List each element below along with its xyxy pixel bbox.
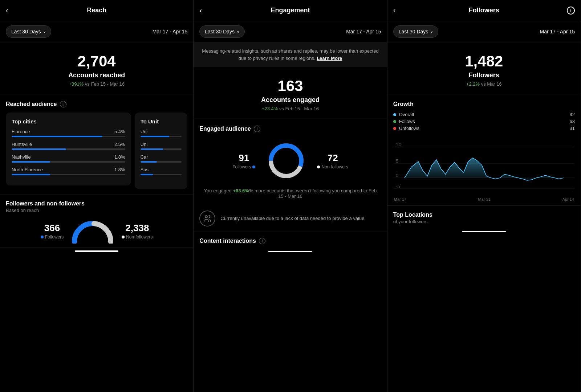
city-row-north-florence: North Florence 1.8% [12,167,125,175]
reach-header: ‹ Reach [0,0,193,21]
followers-bottom-indicator [462,231,506,232]
reach-date-range: Mar 17 - Apr 15 [153,29,188,34]
unfollows-dot [393,127,396,130]
reach-panel: ‹ Reach Last 30 Days ∨ Mar 17 - Apr 15 2… [0,0,194,392]
followers-nonfollowers-title: Followers and non-followers [6,200,187,207]
reach-title: Reach [87,7,106,14]
chart-x-label-3: Apr 14 [562,197,574,201]
engaged-nonfollowers-dot [317,166,320,168]
unavailable-icon [199,211,215,226]
followers-date-range: Mar 17 - Apr 15 [540,29,575,34]
cities-list: Florence 5.4% Huntsville 2.5% [12,129,125,175]
engagement-change: +23.4% vs Feb 15 - Mar 16 [199,106,381,111]
overall-dot [393,113,396,116]
content-interactions-title: Content interactions i [199,238,381,244]
followers-date-selector[interactable]: Last 30 Days ∨ [393,25,439,38]
followers-panel: ‹ Followers i Last 30 Days ∨ Mar 17 - Ap… [387,0,581,392]
reached-audience-info-icon[interactable]: i [60,101,66,107]
followers-label: Followers [393,72,575,79]
engagement-title: Engagement [271,7,310,14]
unfollows-value: 31 [570,126,575,131]
chevron-down-icon: ∨ [43,30,46,34]
engaged-followers-stat: 91 Followers [232,152,255,170]
top-locations-section: Top Locations of your followers [387,205,581,228]
followers-stat: 366 Followers [41,222,64,240]
top-cities-card: Top cities Florence 5.4% Huntsville 2.5% [6,113,131,185]
svg-text:5: 5 [395,159,398,163]
engaged-audience-title: Engaged audience i [199,126,381,132]
followers-nonfollowers-section: Followers and non-followers Based on rea… [0,195,193,248]
unavailable-text: Currently unavailable due to a lack of d… [220,215,366,222]
engaged-nonfollowers-stat: 72 Non-followers [317,152,348,170]
engagement-header: ‹ Engagement [194,0,387,21]
overall-value: 32 [570,112,575,117]
reach-date-bar: Last 30 Days ∨ Mar 17 - Apr 15 [0,21,193,42]
follows-label: Follows [399,119,415,124]
reach-cards-row: Top cities Florence 5.4% Huntsville 2.5% [6,113,187,189]
nonfollowers-stat: 2,338 Non-followers [122,222,153,240]
unit-row-1: Uni [141,129,182,137]
followers-back-button[interactable]: ‹ [393,6,396,15]
engagement-date-selector[interactable]: Last 30 Days ∨ [199,25,245,38]
legend-follows: Follows 63 [393,119,575,124]
unit-list: Uni Uni Car [141,129,182,175]
followers-change: +2.2% vs Mar 16 [393,81,575,87]
engagement-bottom-indicator [268,251,312,252]
followers-date-bar: Last 30 Days ∨ Mar 17 - Apr 15 [387,21,581,42]
engaged-pct: +63.6% [233,188,249,193]
engagement-label: Accounts engaged [199,96,381,104]
engaged-nonfollowers-count: 72 [317,152,348,164]
engaged-audience-section: Engaged audience i 91 Followers 72 [194,119,387,205]
chart-x-label-2: Mar 31 [478,197,491,201]
followers-main-stat: 1,482 Followers +2.2% vs Mar 16 [387,42,581,94]
follows-value: 63 [570,119,575,124]
growth-chart-area: 10 5 0 -5 Mar 17 Mar 31 [393,136,575,201]
to-unit-partial-card: To Unit Uni Uni [135,113,188,189]
legend-unfollows: Unfollows 31 [393,126,575,131]
chart-x-label-1: Mar 17 [394,197,406,201]
engaged-followers-count: 91 [232,152,255,164]
reach-number: 2,704 [6,53,187,70]
content-interactions-info-icon[interactable]: i [259,238,265,244]
reach-main-stat: 2,704 Accounts reached +391% vs Feb 15 -… [0,42,193,94]
engaged-note: You engaged +63.6%% more accounts that w… [199,184,381,200]
unavailable-box: Currently unavailable due to a lack of d… [194,205,387,232]
reach-back-button[interactable]: ‹ [6,6,8,15]
learn-more-link[interactable]: Learn More [317,56,342,61]
nonfollowers-count: 2,338 [122,222,153,234]
reach-date-selector[interactable]: Last 30 Days ∨ [6,25,51,38]
svg-text:10: 10 [395,142,402,147]
engagement-number: 163 [199,77,381,95]
followers-header: ‹ Followers i [387,0,581,21]
followers-info-icon[interactable]: i [567,7,575,15]
top-cities-title: Top cities [12,118,125,124]
reached-audience-section: Reached audience i Top cities Florence 5… [0,94,193,195]
engaged-followers-dot [252,166,255,168]
legend-overall: Overall 32 [393,112,575,117]
notice-text: Messaging-related insights, such as shar… [202,48,378,61]
reach-bottom-indicator [75,250,118,252]
to-unit-title: To Unit [141,118,182,124]
followers-change-value: +2.2% [466,81,480,87]
engaged-audience-info-icon[interactable]: i [254,126,260,132]
followers-nonfollowers-subtitle: Based on reach [6,208,187,213]
svg-point-3 [205,216,207,218]
city-row-nashville: Nashville 1.8% [12,154,125,163]
top-locations-subtitle: of your followers [393,219,575,224]
followers-donut-row: 366 Followers 2,338 Non-followers [6,218,187,244]
engagement-back-button[interactable]: ‹ [199,6,202,15]
followers-number: 1,482 [393,53,575,70]
followers-dot [41,236,44,238]
unit-row-4: Aus [141,167,182,175]
engagement-date-bar: Last 30 Days ∨ Mar 17 - Apr 15 [194,21,387,42]
growth-section: Growth Overall 32 Follows 63 Unfoll [387,94,581,205]
top-locations-title: Top Locations [393,212,575,218]
followers-count: 366 [41,222,64,234]
growth-legend: Overall 32 Follows 63 Unfollows 31 [393,112,575,131]
nonfollowers-dot [122,236,125,238]
chart-x-labels: Mar 17 Mar 31 Apr 14 [393,197,575,201]
reach-label: Accounts reached [6,72,187,79]
content-interactions-section: Content interactions i [194,232,387,248]
city-row-florence: Florence 5.4% [12,129,125,137]
growth-chart-svg: 10 5 0 -5 [393,136,575,194]
